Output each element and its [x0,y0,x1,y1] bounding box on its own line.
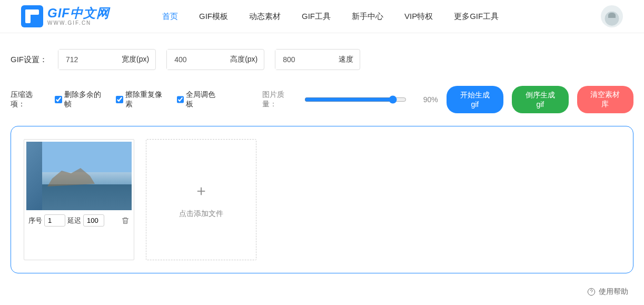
delete-frame-button[interactable] [121,217,130,225]
opt-delete-frames-checkbox[interactable] [55,96,62,103]
plus-icon: ＋ [194,181,209,201]
generate-button[interactable]: 开始生成gif [447,86,503,113]
nav-materials[interactable]: 动态素材 [249,12,281,22]
settings-label: GIF设置： [11,55,47,65]
width-input[interactable] [58,50,111,70]
quality-slider[interactable] [304,95,407,104]
opt-erase-pixels-label: 擦除重复像素 [125,90,169,109]
height-input[interactable] [167,50,220,70]
logo-text: GIF中文网 WWW.GIF.CN [47,7,110,26]
compress-label: 压缩选项： [11,90,46,109]
trash-icon [121,217,130,225]
reverse-button[interactable]: 倒序生成gif [512,86,569,113]
opt-delete-frames[interactable]: 删除多余的帧 [55,90,107,109]
add-file-label: 点击添加文件 [179,209,223,219]
site-logo[interactable]: GIF中文网 WWW.GIF.CN [21,5,110,27]
top-header: GIF中文网 WWW.GIF.CN 首页 GIF模板 动态素材 GIF工具 新手… [0,0,644,33]
user-avatar[interactable] [601,5,623,27]
opt-global-palette-checkbox[interactable] [177,96,184,103]
opt-global-palette-label: 全局调色板 [186,90,222,109]
frames-canvas: 序号 延迟 ＋ 点击添加文件 [11,126,633,273]
speed-label: 速度 [328,55,353,64]
frame-thumbnail [26,142,132,210]
delay-input[interactable] [83,214,104,227]
width-field: 宽度(px) [58,49,156,70]
speed-field: 速度 [275,49,360,70]
main-nav: 首页 GIF模板 动态素材 GIF工具 新手中心 VIP特权 更多GIF工具 [162,12,601,22]
nav-tools[interactable]: GIF工具 [302,12,331,22]
quality-percent: 90% [423,95,438,104]
opt-delete-frames-label: 删除多余的帧 [64,90,107,109]
opt-erase-pixels[interactable]: 擦除重复像素 [116,90,169,109]
seq-label: 序号 [28,216,42,225]
opt-erase-pixels-checkbox[interactable] [116,96,123,103]
frame-meta: 序号 延迟 [26,210,132,229]
nav-more[interactable]: 更多GIF工具 [454,12,499,22]
nav-vip[interactable]: VIP特权 [404,12,433,22]
frame-card[interactable]: 序号 延迟 [24,139,134,260]
quality-label: 图片质量： [262,90,298,109]
gif-settings-row: GIF设置： 宽度(px) 高度(px) 速度 [0,33,644,81]
add-file-card[interactable]: ＋ 点击添加文件 [146,139,256,260]
quality-block: 图片质量： 90% [262,90,438,109]
logo-mark-icon [21,5,43,27]
nav-newbie[interactable]: 新手中心 [352,12,383,22]
logo-sub-text: WWW.GIF.CN [47,21,110,26]
compress-options-row: 压缩选项： 删除多余的帧 擦除重复像素 全局调色板 图片质量： 90% 开始生成… [0,81,644,126]
logo-main-text: GIF中文网 [47,7,110,19]
nav-templates[interactable]: GIF模板 [199,12,228,22]
width-unit-label: 宽度(px) [111,55,149,64]
delay-label: 延迟 [67,216,81,225]
speed-input[interactable] [275,50,328,70]
clear-button[interactable]: 清空素材库 [577,86,633,113]
opt-global-palette[interactable]: 全局调色板 [177,90,222,109]
nav-home[interactable]: 首页 [162,12,178,22]
seq-input[interactable] [44,214,65,227]
height-unit-label: 高度(px) [220,55,257,64]
action-buttons: 开始生成gif 倒序生成gif 清空素材库 [447,86,633,113]
height-field: 高度(px) [166,49,264,70]
